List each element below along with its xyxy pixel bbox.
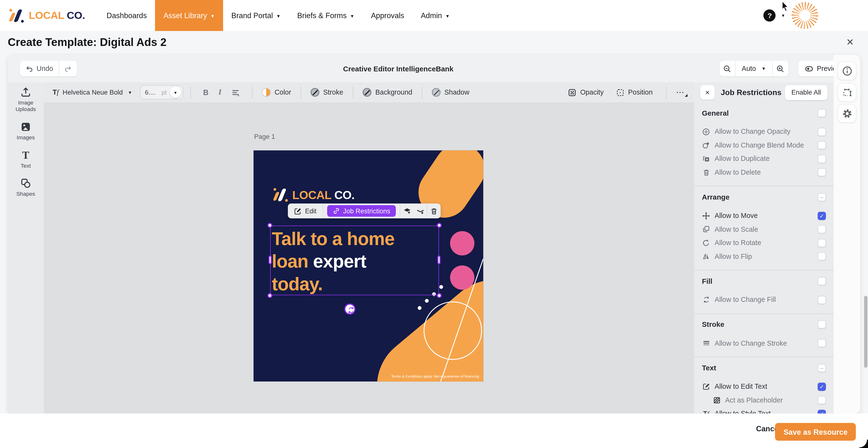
restriction-label: Allow to Flip (715, 252, 813, 260)
checkbox[interactable] (817, 225, 826, 234)
restriction-item-allow-to-change-opacity: Allow to Change Opacity (702, 125, 826, 139)
edit-button[interactable]: Edit (288, 207, 322, 215)
restriction-label: Allow to Delete (715, 169, 813, 176)
zoom-in-icon (776, 64, 784, 73)
checkbox[interactable]: – (817, 364, 826, 372)
info-button[interactable] (837, 62, 857, 80)
sidebar-item-shapes[interactable]: Shapes (8, 178, 44, 197)
nav-item-dashboards[interactable]: Dashboards (98, 0, 155, 31)
checkbox[interactable]: ✓ (817, 410, 826, 414)
redo-button[interactable] (59, 65, 77, 72)
position-icon (616, 88, 624, 97)
sidebar-item-image-uploads[interactable]: Image Uploads (8, 87, 44, 113)
help-button[interactable]: ? (764, 9, 776, 22)
font-size-field[interactable]: 6.... pt ▼ (140, 85, 183, 99)
checkbox[interactable]: ✓ (817, 212, 826, 220)
checkbox[interactable] (817, 252, 826, 261)
selection-handle[interactable] (437, 293, 442, 298)
zoom-out-button[interactable] (719, 64, 735, 73)
checkbox[interactable] (817, 396, 826, 404)
bring-forward-button[interactable] (400, 207, 414, 215)
checkbox[interactable] (817, 239, 826, 247)
selection-handle[interactable] (437, 223, 442, 228)
pink-circle (450, 231, 474, 255)
rotate-icon (347, 306, 353, 312)
sidebar-item-images[interactable]: Images (8, 121, 44, 141)
rotate-handle[interactable] (344, 304, 355, 315)
italic-button[interactable]: I (218, 88, 221, 97)
position-button[interactable]: Position (616, 88, 653, 97)
restriction-label: Allow to Change Stroke (715, 339, 813, 347)
design-canvas[interactable]: LOCAL CO. Edit Job Restrictions Talk to … (254, 150, 484, 381)
right-tool-strip (834, 55, 860, 413)
checkbox[interactable] (817, 128, 826, 136)
redo-icon (64, 65, 72, 72)
panel-section-general: GeneralAllow to Change OpacityAllow to C… (694, 102, 834, 186)
rotate-icon (702, 239, 710, 247)
asset-sidebar: Image UploadsImagesTTextShapes (8, 82, 44, 414)
nav-item-asset-library[interactable]: Asset Library▼ (155, 0, 223, 31)
canvas-brand-logo[interactable]: LOCAL CO. (272, 187, 354, 203)
canvas-area: Page 1 LOCAL CO. (44, 102, 694, 414)
checkbox[interactable] (817, 109, 826, 117)
checkbox[interactable] (817, 168, 826, 176)
avatar[interactable] (790, 1, 819, 30)
job-restrictions-button[interactable]: Job Restrictions (327, 205, 396, 217)
selection-handle[interactable] (268, 223, 273, 228)
panel-title: Job Restrictions (721, 88, 785, 97)
opacity-button[interactable]: Opacity (568, 88, 603, 97)
color-swatch-icon (262, 88, 271, 97)
checkbox[interactable] (817, 277, 826, 285)
more-options-button[interactable]: ⋯ (676, 87, 688, 97)
align-button[interactable] (231, 88, 240, 97)
bold-button[interactable]: B (203, 88, 209, 97)
zoom-in-button[interactable] (773, 64, 788, 73)
checkbox[interactable] (817, 296, 826, 304)
font-size-dropdown[interactable]: ▼ (170, 87, 181, 98)
enable-all-button[interactable]: Enable All (785, 85, 828, 100)
window-corner (859, 439, 868, 448)
font-family-select[interactable]: Helvetica Neue Bold (63, 89, 123, 96)
nav-item-admin[interactable]: Admin▼ (412, 0, 458, 31)
close-icon[interactable]: × (846, 35, 854, 49)
stroke-button[interactable]: Stroke (310, 88, 343, 97)
close-icon[interactable]: × (700, 85, 714, 99)
background-button[interactable]: Background (363, 88, 412, 97)
checkbox[interactable]: ✓ (817, 382, 826, 391)
checkbox[interactable] (817, 154, 826, 163)
panel-section-fill: FillAllow to Change Fill (694, 270, 834, 313)
checkbox[interactable] (817, 320, 826, 328)
resize-button[interactable] (837, 83, 857, 102)
nav-item-briefs-forms[interactable]: Briefs & Forms▼ (289, 0, 363, 31)
nav-item-approvals[interactable]: Approvals (363, 0, 412, 31)
selection-handle[interactable] (268, 293, 273, 298)
window-scrollbar[interactable] (864, 296, 868, 368)
brand-logo[interactable]: LOCAL CO. (8, 8, 85, 23)
link-icon (333, 207, 340, 214)
zoom-level-select[interactable]: Auto▼ (736, 65, 772, 72)
settings-button[interactable] (837, 104, 857, 123)
restriction-label: Allow to Scale (715, 226, 813, 233)
checkbox[interactable] (817, 339, 826, 347)
color-button[interactable]: Color (262, 88, 291, 97)
sidebar-item-text[interactable]: TText (8, 149, 44, 169)
font-size-value[interactable]: 6.... (145, 89, 158, 96)
chevron-down-icon[interactable]: ▾ (782, 13, 784, 19)
checkbox[interactable] (817, 141, 826, 149)
delete-element-button[interactable] (428, 207, 441, 215)
restriction-item-allow-to-change-fill: Allow to Change Fill (702, 293, 826, 307)
selection-handle[interactable] (269, 255, 272, 265)
checkbox[interactable]: – (817, 193, 826, 201)
save-as-resource-button[interactable]: Save as Resource (775, 423, 856, 441)
selection-handle[interactable] (437, 255, 441, 265)
chevron-down-icon[interactable]: ▼ (128, 90, 132, 95)
pink-circle (450, 265, 474, 290)
sidebar-item-label: Images (9, 134, 42, 141)
section-title: General (702, 109, 729, 117)
shadow-button[interactable]: Shadow (432, 88, 469, 97)
editor-top-bar: Undo Creative Editor IntelligenceBank Au… (8, 55, 860, 82)
undo-button[interactable]: Undo (20, 65, 59, 72)
selection-box[interactable] (270, 226, 439, 296)
nav-item-brand-portal[interactable]: Brand Portal▼ (223, 0, 289, 31)
send-backward-button[interactable] (414, 207, 427, 215)
